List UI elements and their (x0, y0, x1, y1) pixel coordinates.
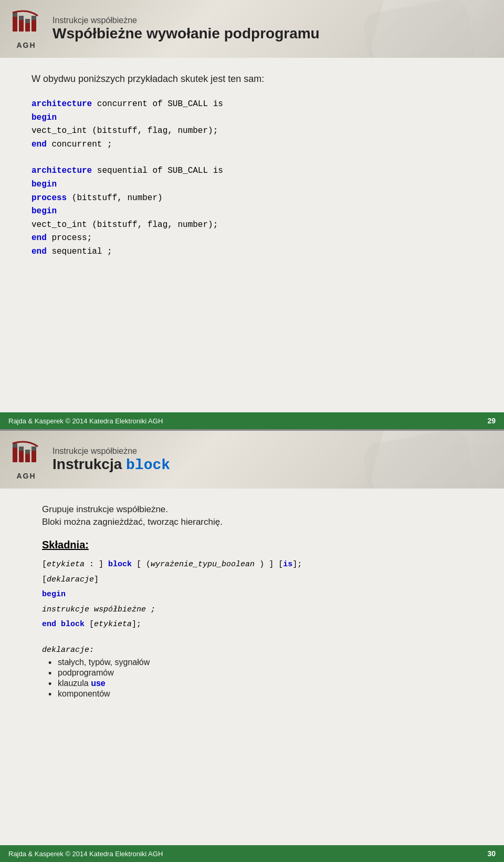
slide1-footer-page: 29 (487, 417, 496, 425)
code1-line3: vect_to_int (bitstuff, flag, number); (32, 124, 472, 138)
svg-rect-1 (13, 13, 17, 17)
code2-begin2: begin (32, 206, 57, 216)
header-titles-1: Instrukcje współbieżne Współbieżne wywoł… (52, 16, 320, 42)
slide1-intro: W obydwu poniższych przykładach skutek j… (32, 74, 472, 85)
syntax-line5: end block [etykieta]; (42, 617, 462, 632)
slide1-title: Współbieżne wywołanie podprogramu (52, 25, 320, 42)
svg-rect-9 (13, 443, 17, 448)
code2-vect: vect_to_int (bitstuff, flag, number); (32, 220, 218, 230)
code2-line5: vect_to_int (bitstuff, flag, number); (32, 219, 472, 232)
code-block-1: architecture concurrent of SUB_CALL is b… (32, 98, 472, 151)
slide-1-header: AGH Instrukcje współbieżne Współbieżne w… (0, 0, 504, 58)
slide1-subtitle: Instrukcje współbieżne (52, 16, 320, 25)
bullet-item-2: podprogramów (58, 668, 462, 678)
syntax-line2: [deklaracje] (42, 573, 462, 588)
syn-bracket2: [ (42, 575, 47, 584)
syn-end1: ]; (292, 560, 302, 569)
code2-end-kw: end (32, 233, 47, 243)
bullet-item-4: komponentów (58, 689, 462, 699)
syntax-line1: [etykieta : ] block [ (wyrażenie_typu_bo… (42, 557, 462, 573)
svg-rect-11 (19, 446, 24, 451)
code2-line1: architecture sequential of SUB_CALL is (32, 164, 472, 178)
code2-begin: begin (32, 180, 57, 189)
code1-begin: begin (32, 113, 57, 122)
header-titles-2: Instrukcje współbieżne Instrukcja block (52, 446, 170, 473)
slide-2-header: AGH Instrukcje współbieżne Instrukcja bl… (0, 431, 504, 489)
slide-1: AGH Instrukcje współbieżne Współbieżne w… (0, 0, 504, 431)
syn-instrukcje: instrukcje współbieżne ; (42, 605, 155, 614)
bullet-list: stałych, typów, sygnałów podprogramów kl… (58, 658, 462, 699)
slide2-footer-page: 30 (487, 849, 496, 858)
code2-rest1: sequential of SUB_CALL is (92, 166, 223, 175)
bullet-text-2: podprogramów (58, 668, 114, 677)
bullet-item-1: stałych, typów, sygnałów (58, 658, 462, 667)
agh-logo-icon (10, 8, 42, 40)
code2-line3: process (bitstuff, number) (32, 192, 472, 205)
slide-1-content: W obydwu poniższych przykładach skutek j… (0, 58, 504, 283)
slide2-title-blue: block (126, 457, 170, 473)
logo-area-1: AGH (10, 8, 42, 49)
slide2-subtitle: Instrukcje współbieżne (52, 446, 170, 456)
code2-process-kw: process (32, 193, 67, 203)
syn-etykieta2: etykieta (94, 620, 132, 629)
bullet-use-kw: use (91, 679, 106, 688)
syn-end2: end (42, 620, 56, 629)
code1-rest1: concurrent of SUB_CALL is (92, 99, 223, 109)
svg-rect-3 (19, 16, 24, 20)
code2-line2: begin (32, 178, 472, 192)
slide1-footer: Rajda & Kasperek © 2014 Katedra Elektron… (0, 412, 504, 429)
code1-end: end (32, 140, 47, 149)
syn-bracket2-end: ] (94, 575, 99, 584)
code1-line4: end concurrent ; (32, 138, 472, 152)
bullet-text-4: komponentów (58, 689, 110, 698)
code2-end2-rest: sequential ; (47, 247, 112, 256)
code1-vect: vect_to_int (bitstuff, flag, number); (32, 126, 218, 136)
code2-line7: end sequential ; (32, 245, 472, 259)
syn-is: is (283, 560, 292, 569)
logo-text-1: AGH (16, 41, 36, 49)
syn-wyrazenie: wyrażenie_typu_boolean (151, 560, 255, 569)
code2-line4: begin (32, 205, 472, 219)
slide2-title-container: Instrukcja block (52, 456, 170, 473)
code1-line2: begin (32, 111, 472, 125)
code1-end-rest: concurrent ; (47, 140, 112, 149)
syn-space (56, 620, 61, 629)
syntax-block: [etykieta : ] block [ (wyrażenie_typu_bo… (42, 557, 462, 632)
deklaracje-section: deklaracje: stałych, typów, sygnałów pod… (42, 646, 462, 699)
syn-end5: ]; (132, 620, 141, 629)
syn-block1: block (108, 560, 132, 569)
svg-rect-7 (32, 16, 36, 20)
skladnia-title: Składnia: (42, 539, 462, 551)
logo-text-2: AGH (16, 472, 36, 480)
syn-block2: block (61, 620, 85, 629)
syntax-line4: instrukcje współbieżne ; (42, 603, 462, 618)
syn-begin: begin (42, 590, 66, 599)
syn-rest2: [ ( (132, 560, 151, 569)
bullet-text-3-prefix: klauzula (58, 679, 91, 688)
slide-2: AGH Instrukcje współbieżne Instrukcja bl… (0, 431, 504, 862)
logo-area-2: AGH (10, 439, 42, 480)
bullet-text-1: stałych, typów, sygnałów (58, 658, 150, 667)
syn-rest5: [ (85, 620, 94, 629)
deklaracje-title: deklaracje: (42, 646, 462, 655)
code2-line6: end process; (32, 232, 472, 245)
agh-logo-icon-2 (10, 439, 42, 471)
slide2-intro1: Grupuje instrukcje współbieżne. (42, 504, 462, 515)
syn-rest3: ) ] [ (255, 560, 283, 569)
slide2-intro2: Bloki można zagnieżdżać, tworząc hierarc… (42, 517, 462, 527)
code2-end2-kw: end (32, 247, 47, 256)
slide2-footer-text: Rajda & Kasperek © 2014 Katedra Elektron… (8, 850, 163, 858)
slide-2-content: Grupuje instrukcje współbieżne. Bloki mo… (0, 489, 504, 726)
code2-end-rest: process; (47, 233, 92, 243)
syntax-line3: begin (42, 587, 462, 603)
code1-line1: architecture concurrent of SUB_CALL is (32, 98, 472, 111)
syn-rest1: : ] (85, 560, 108, 569)
code2-process-rest: (bitstuff, number) (67, 193, 162, 203)
svg-rect-5 (25, 19, 30, 23)
svg-rect-13 (25, 450, 30, 454)
code2-kw1: architecture (32, 166, 92, 175)
code1-kw1: architecture (32, 99, 92, 109)
svg-rect-15 (32, 446, 36, 451)
syn-etykieta1: etykieta (47, 560, 85, 569)
bullet-item-3: klauzula use (58, 679, 462, 688)
